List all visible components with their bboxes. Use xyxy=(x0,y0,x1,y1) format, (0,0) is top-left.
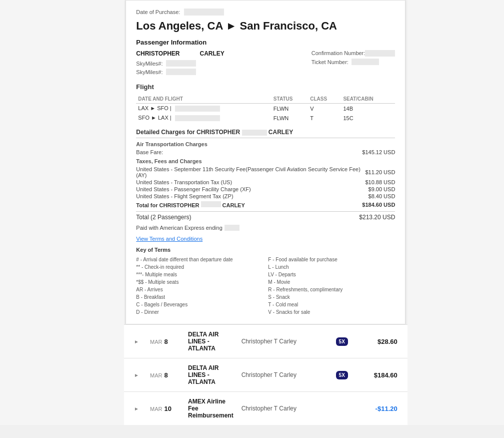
air-transport-label: Air Transportation Charges xyxy=(136,141,395,147)
flight-route: LAX ► SFO | xyxy=(136,104,272,114)
transaction-row[interactable]: ► MAR 8 DELTA AIR LINES - ATLANTA Christ… xyxy=(124,324,408,358)
transaction-merchant: DELTA AIR LINES - ATLANTA xyxy=(188,364,234,385)
date-of-purchase-value xyxy=(184,9,224,16)
transaction-person: Christopher T Carley xyxy=(242,338,322,345)
col-date-flight: DATE AND FLIGHT xyxy=(136,95,272,104)
flight-status: FLWN xyxy=(272,104,308,114)
transaction-merchant: AMEX Airline Fee Reimbursement xyxy=(188,398,234,419)
skymiles-label-1: SkyMiles#: xyxy=(136,61,162,67)
amex-ending xyxy=(224,225,240,231)
flight-status: FLWN xyxy=(272,113,308,123)
flight-seat: 14B xyxy=(341,104,395,114)
ticket-label: Ticket Number: xyxy=(312,59,348,65)
route-title: Los Angeles, CA ► San Francisco, CA xyxy=(136,20,395,33)
col-class: CLASS xyxy=(308,95,341,104)
points-badge: 5X xyxy=(336,371,348,379)
skymiles-value-1 xyxy=(166,60,196,67)
tax-amount: $8.40 USD xyxy=(368,193,396,199)
tax-amount: $10.88 USD xyxy=(365,179,395,185)
tax-label: United States - September 11th Security … xyxy=(136,166,365,178)
flight-section-label: Flight xyxy=(136,83,395,91)
transaction-person: Christopher T Carley xyxy=(242,405,322,412)
key-item: *$$ - Multiple seats xyxy=(136,278,263,286)
expand-icon[interactable]: ► xyxy=(134,372,142,378)
expand-icon[interactable]: ► xyxy=(134,406,142,411)
col-seat: SEAT/CABIN xyxy=(341,95,395,104)
transaction-month: MAR xyxy=(150,339,162,345)
skymiles-label-2: SkyMiles#: xyxy=(136,69,162,75)
transaction-amount: $28.60 xyxy=(362,338,398,345)
key-item: T - Cold meal xyxy=(268,301,395,308)
badge-col: 5X xyxy=(330,371,354,379)
date-of-purchase-label: Date of Purchase: xyxy=(136,9,180,15)
transaction-date: MAR 8 xyxy=(150,338,180,345)
expand-icon[interactable]: ► xyxy=(134,339,142,344)
flight-row: LAX ► SFO | FLWN V 14B xyxy=(136,104,395,114)
key-item: S - Snack xyxy=(268,293,395,301)
transaction-day: 8 xyxy=(164,371,168,379)
key-item: L - Lunch xyxy=(268,263,395,271)
transaction-day: 10 xyxy=(164,405,171,412)
taxes-label: Taxes, Fees and Charges xyxy=(136,158,395,164)
passenger-info-label: Passenger Information xyxy=(136,39,395,46)
flight-route: SFO ► LAX | xyxy=(136,113,272,123)
passenger-first-name: CHRISTOPHER xyxy=(136,50,180,57)
tax-label: United States - Flight Segment Tax (ZP) xyxy=(136,193,233,199)
tax-row: United States - September 11th Security … xyxy=(136,166,395,178)
base-fare-label: Base Fare: xyxy=(136,149,163,155)
transaction-date: MAR 8 xyxy=(150,371,180,379)
key-item: ***- Multiple meals xyxy=(136,271,263,278)
key-item: LV - Departs xyxy=(268,271,395,278)
key-item: B - Breakfast xyxy=(136,293,263,301)
col-status: STATUS xyxy=(272,95,308,104)
tax-row: United States - Passenger Facility Charg… xyxy=(136,186,395,192)
key-item: D - Dinner xyxy=(136,308,263,316)
terms-link[interactable]: View Terms and Conditions xyxy=(136,236,395,242)
tax-amount: $9.00 USD xyxy=(368,186,396,192)
grand-total-amount: $213.20 USD xyxy=(359,214,395,221)
transaction-day: 8 xyxy=(164,338,168,345)
transaction-month: MAR xyxy=(150,372,162,378)
ticket-value xyxy=(352,59,379,65)
transaction-month: MAR xyxy=(150,406,162,412)
transaction-date: MAR 10 xyxy=(150,405,180,412)
skymiles-value-2 xyxy=(166,69,196,75)
grand-total-label: Total (2 Passengers) xyxy=(136,214,191,221)
charges-header: Detailed Charges for CHRISTOPHER CARLEY xyxy=(136,129,395,138)
transactions-list: ► MAR 8 DELTA AIR LINES - ATLANTA Christ… xyxy=(124,324,408,425)
key-item: F - Food available for purchase xyxy=(268,256,395,263)
flight-table: DATE AND FLIGHT STATUS CLASS SEAT/CABIN … xyxy=(136,95,395,123)
points-badge: 5X xyxy=(336,337,348,346)
tax-label: United States - Transportation Tax (US) xyxy=(136,179,232,185)
flight-row: SFO ► LAX | FLWN T 15C xyxy=(136,113,395,123)
transaction-row[interactable]: ► MAR 8 DELTA AIR LINES - ATLANTA Christ… xyxy=(124,358,408,391)
tax-row: United States - Flight Segment Tax (ZP) … xyxy=(136,193,395,199)
key-item: AR - Arrives xyxy=(136,286,263,293)
tax-label: United States - Passenger Facility Charg… xyxy=(136,186,250,192)
transaction-person: Christopher T Carley xyxy=(242,371,322,378)
key-of-terms-label: Key of Terms xyxy=(136,247,395,253)
key-item: M - Movie xyxy=(268,278,395,286)
flight-seat: 15C xyxy=(341,113,395,123)
transaction-amount: $184.60 xyxy=(362,371,398,379)
confirmation-value xyxy=(365,50,395,57)
key-item: C - Bagels / Beverages xyxy=(136,301,263,308)
transaction-row[interactable]: ► MAR 10 AMEX Airline Fee Reimbursement … xyxy=(124,391,408,425)
key-item: # - Arrival date different than departur… xyxy=(136,256,263,263)
key-grid: # - Arrival date different than departur… xyxy=(136,256,395,316)
confirmation-label: Confirmation Number: xyxy=(312,50,366,57)
passenger-last-name: CARLEY xyxy=(200,50,224,57)
flight-class: V xyxy=(308,104,341,114)
transaction-merchant: DELTA AIR LINES - ATLANTA xyxy=(188,331,234,352)
key-item: R - Refreshments, complimentary xyxy=(268,286,395,293)
key-item: ** - Check-in required xyxy=(136,263,263,271)
flight-class: T xyxy=(308,113,341,123)
paid-with-label: Paid with American Express ending xyxy=(136,225,222,231)
total-amount: $184.60 USD xyxy=(362,202,395,208)
transaction-amount: -$11.20 xyxy=(362,405,398,412)
tax-row: United States - Transportation Tax (US) … xyxy=(136,179,395,185)
tax-amount: $11.20 USD xyxy=(365,169,395,175)
badge-col: 5X xyxy=(330,337,354,346)
key-item: V - Snacks for sale xyxy=(268,308,395,316)
total-label: Total for CHRISTOPHER CARLEY xyxy=(136,201,244,208)
